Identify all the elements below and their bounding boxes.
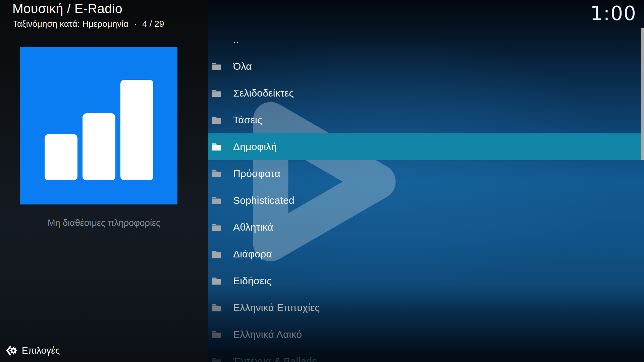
folder-icon [211,303,222,312]
bar-short [45,134,77,180]
no-info-caption: Μη διαθέσιμες πληροφορίες [0,218,208,228]
list-item-label: Όλα [233,61,252,72]
kodi-window: .. Όλα Σελιδοδείκτες Τάσεις Δημοφιλή Πρό… [0,0,644,362]
list-item[interactable]: Διάφορα [208,241,644,267]
bar-chart-icon [45,80,153,180]
page-title: Μουσική / E-Radio [12,1,122,16]
folder-icon [211,223,222,232]
folder-icon [211,116,222,125]
bar-medium [83,113,115,180]
list-item-label: Πρόσφατα [233,168,280,179]
list-item-label: Δημοφιλή [233,141,277,153]
list-item-label: Διάφορα [233,248,272,260]
options-gear-icon [5,345,17,357]
folder-icon [211,89,222,98]
folder-list: .. Όλα Σελιδοδείκτες Τάσεις Δημοφιλή Πρό… [208,26,644,362]
list-item-label: Ελληνικά Επιτυχίες [233,302,320,313]
clock: 1:00 [590,2,637,25]
folder-icon [211,196,222,205]
folder-icon [211,250,222,259]
separator-dot: · [134,19,137,29]
scrollbar-thumb[interactable] [641,28,644,160]
list-item-label: Αθλητικά [233,222,273,233]
list-item[interactable]: Sophisticated [208,187,644,214]
list-item-label: Sophisticated [233,195,294,206]
list-item-label: Έντεχνα & Ballads [233,356,317,362]
item-position: 4 / 29 [142,19,164,29]
options-button[interactable]: Επιλογές [5,345,60,357]
folder-icon [211,277,222,286]
list-item[interactable]: Τάσεις [208,107,644,133]
list-item[interactable]: Αθλητικά [208,214,644,241]
list-item[interactable]: Όλα [208,53,644,80]
list-item-label: .. [233,34,239,45]
list-item[interactable]: Ειδήσεις [208,267,644,294]
options-label: Επιλογές [22,345,60,356]
list-item[interactable]: Δημοφιλή [208,133,641,160]
sort-label: Ταξινόμηση κατά: Ημερομηνία [13,19,128,29]
folder-icon [211,142,222,152]
list-item-label: Σελιδοδείκτες [233,87,294,99]
folder-icon [211,169,222,178]
list-item-label: Ελληνικά Λαικό [233,329,302,340]
folder-icon [211,330,222,339]
list-item[interactable]: Ελληνικά Επιτυχίες [208,294,644,321]
bar-tall [120,80,153,180]
folder-icon [211,62,222,71]
list-item[interactable]: Πρόσφατα [208,160,644,187]
artwork-thumbnail [20,47,177,204]
list-item[interactable]: Ελληνικά Λαικό [208,321,644,348]
list-item-label: Τάσεις [233,114,262,126]
list-item[interactable]: Σελιδοδείκτες [208,80,644,107]
sort-status: Ταξινόμηση κατά: Ημερομηνία · 4 / 29 [13,19,167,29]
list-item[interactable]: .. [208,26,644,53]
list-item[interactable]: Έντεχνα & Ballads [208,348,644,362]
folder-icon [211,357,222,362]
info-panel: Μουσική / E-Radio Ταξινόμηση κατά: Ημερο… [0,0,208,362]
list-item-label: Ειδήσεις [233,275,272,287]
